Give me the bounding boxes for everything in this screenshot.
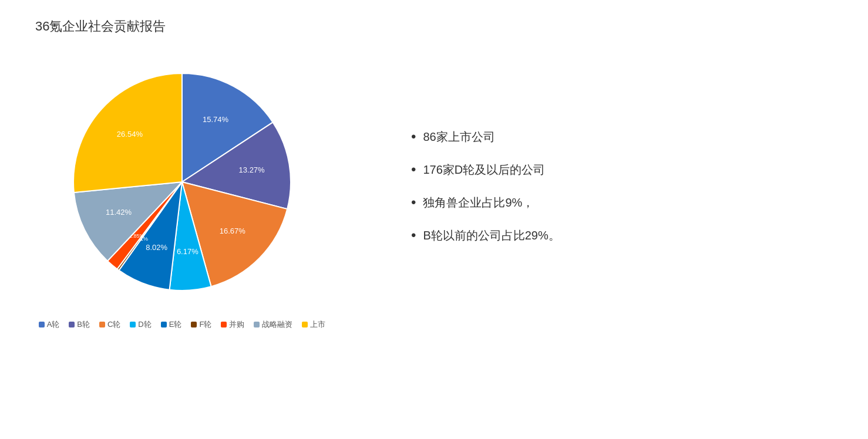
pie-label: 6.17% [177,247,199,256]
pie-label: 11.42% [106,208,132,217]
legend-item: E轮 [161,319,182,330]
pie-label: 26.54% [117,130,143,139]
legend-item: 上市 [302,319,325,330]
info-item: 86家上市公司 [411,129,833,145]
legend-label: 战略融资 [262,319,292,330]
legend-label: 并购 [229,319,244,330]
legend-label: E轮 [169,319,182,330]
info-area: 86家上市公司176家D轮及以后的公司独角兽企业占比9%，B轮以前的公司占比29… [376,129,833,260]
legend-dot [39,322,45,327]
info-list: 86家上市公司176家D轮及以后的公司独角兽企业占比9%，B轮以前的公司占比29… [411,129,833,244]
content-area: 15.74%13.27%16.67%6.17%8.02%0.31%1.85%11… [35,59,833,330]
legend-dot [161,322,167,327]
chart-area: 15.74%13.27%16.67%6.17%8.02%0.31%1.85%11… [35,59,329,330]
legend-label: C轮 [107,319,120,330]
legend-item: A轮 [39,319,60,330]
legend-dot [69,322,75,327]
chart-legend: A轮B轮C轮D轮E轮F轮并购战略融资上市 [35,319,329,330]
legend-dot [99,322,105,327]
pie-label: 8.02% [146,243,167,252]
legend-item: 并购 [221,319,244,330]
info-item: B轮以前的公司占比29%。 [411,227,833,244]
info-item: 独角兽企业占比9%， [411,194,833,211]
legend-item: C轮 [99,319,120,330]
legend-dot [130,322,136,327]
legend-dot [191,322,197,327]
legend-label: B轮 [77,319,90,330]
legend-label: F轮 [199,319,211,330]
legend-dot [221,322,227,327]
legend-item: 战略融资 [254,319,292,330]
pie-label: 15.74% [203,115,229,124]
legend-item: F轮 [191,319,211,330]
legend-dot [302,322,308,327]
legend-item: D轮 [130,319,151,330]
legend-dot [254,322,260,327]
pie-label: 13.27% [239,166,265,174]
legend-label: A轮 [47,319,60,330]
legend-label: 上市 [310,319,325,330]
pie-label: 16.67% [220,227,246,235]
legend-item: B轮 [69,319,90,330]
info-item: 176家D轮及以后的公司 [411,161,833,178]
pie-chart: 15.74%13.27%16.67%6.17%8.02%0.31%1.85%11… [59,59,305,305]
legend-label: D轮 [138,319,151,330]
page-title: 36氪企业社会贡献报告 [35,18,833,35]
